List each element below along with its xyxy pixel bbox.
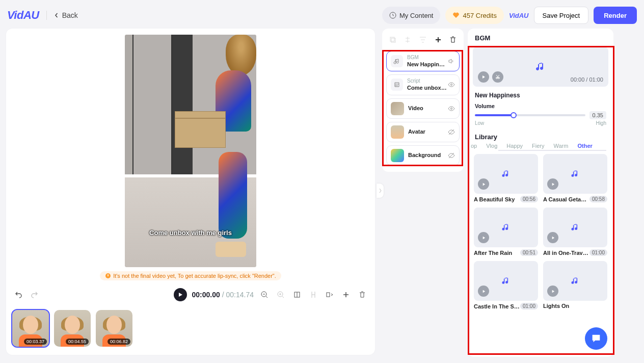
help-chat-button[interactable]	[585, 327, 607, 350]
brand-logo: VidAU	[7, 9, 39, 22]
track-name: A Casual Getaway	[543, 196, 589, 202]
visibility-off-icon[interactable]	[448, 128, 455, 136]
track-name: A Beautiful Sky	[474, 196, 515, 202]
svg-point-8	[451, 84, 452, 86]
editor-main: Come unbox with me girls It's not the fi…	[6, 29, 375, 355]
visibility-icon[interactable]	[448, 105, 455, 112]
layer-name: Avatar	[408, 128, 425, 136]
play-icon[interactable]	[547, 286, 558, 297]
filter-button[interactable]	[419, 36, 427, 44]
track-name: All in One-Trave...	[543, 250, 589, 256]
save-project-button[interactable]: Save Project	[534, 7, 589, 24]
play-icon[interactable]	[478, 178, 489, 190]
copy-button[interactable]	[389, 36, 397, 44]
undo-button[interactable]	[14, 290, 23, 299]
layer-bgm[interactable]: BGMNew Happiness	[386, 51, 460, 71]
time-display: 00:00.00 / 00:14.74	[192, 291, 254, 299]
layer-type: BGM	[407, 55, 447, 61]
redo-button[interactable]	[30, 290, 39, 299]
timeline-thumbs: 00:03.37 00:04.55 00:06.82	[6, 306, 375, 351]
script-icon	[391, 79, 403, 91]
align-button[interactable]	[325, 290, 334, 299]
bgm-panel: BGM 00:00 / 01:00 New Happiness Volume 0…	[468, 29, 613, 357]
track-duration: 00:56	[520, 196, 538, 202]
add-layer-button[interactable]	[434, 36, 442, 44]
track-card[interactable]: A Beautiful Sky00:56	[474, 154, 538, 202]
tab-warm[interactable]: Warm	[554, 143, 569, 149]
music-icon	[534, 61, 547, 73]
visibility-off-icon[interactable]	[448, 152, 455, 159]
back-label: Back	[62, 11, 78, 19]
current-track-name: New Happiness	[468, 87, 613, 101]
divider	[46, 11, 47, 20]
layer-name: Video	[408, 105, 423, 112]
play-icon[interactable]	[547, 178, 558, 190]
credits-label: 457 Credits	[463, 12, 496, 19]
layer-video[interactable]: Video	[386, 98, 460, 119]
clip-thumb[interactable]: 00:04.55	[54, 310, 91, 347]
tab-pop[interactable]: op	[471, 143, 477, 149]
clip-thumb[interactable]: 00:06.82	[96, 310, 132, 347]
tab-fiery[interactable]: Fiery	[532, 143, 544, 149]
visibility-icon[interactable]	[448, 81, 455, 88]
thumb-ts: 00:06.82	[108, 339, 130, 345]
zoom-out-button[interactable]	[260, 290, 269, 299]
video-thumb-icon	[391, 102, 404, 115]
volume-high-label: High	[596, 120, 606, 126]
clip-thumb[interactable]: 00:03.37	[12, 310, 49, 347]
vidau-small-logo: VidAU	[509, 12, 529, 19]
zoom-in-button[interactable]	[276, 290, 285, 299]
split-button[interactable]	[309, 290, 318, 299]
track-card[interactable]: A Casual Getaway00:58	[543, 154, 607, 202]
video-caption: Come unbox with me girls	[125, 229, 256, 237]
track-duration: 01:00	[520, 303, 538, 309]
clock-icon	[389, 12, 396, 19]
layer-script[interactable]: ScriptCome unbox ...	[386, 74, 460, 95]
track-card[interactable]: All in One-Trave...01:00	[543, 208, 607, 256]
add-clip-button[interactable]	[341, 290, 351, 299]
my-content-button[interactable]: My Content	[382, 7, 440, 24]
track-name: After The Rain	[474, 250, 512, 256]
svg-rect-7	[391, 38, 395, 42]
play-icon[interactable]	[478, 286, 489, 297]
volume-low-label: Low	[475, 120, 484, 126]
play-icon[interactable]	[478, 232, 489, 243]
mute-icon[interactable]	[448, 58, 455, 65]
track-card[interactable]: Lights On	[543, 261, 607, 309]
delete-layer-button[interactable]	[449, 36, 457, 44]
credits-pill[interactable]: 457 Credits	[445, 7, 503, 24]
render-button[interactable]: Render	[594, 7, 637, 24]
tab-happy[interactable]: Happy	[506, 143, 523, 149]
track-name: Lights On	[543, 303, 569, 309]
layer-background[interactable]: Background	[386, 145, 460, 166]
library-heading: Library	[468, 127, 613, 143]
trim-track-button[interactable]	[492, 71, 503, 83]
back-button[interactable]: Back	[54, 11, 78, 19]
play-button[interactable]	[174, 288, 187, 301]
layer-avatar[interactable]: Avatar	[386, 122, 460, 142]
heart-icon	[452, 12, 460, 19]
library-tabs: op Vlog Happy Fiery Warm Other	[468, 143, 613, 149]
collapse-handle[interactable]	[377, 184, 384, 198]
track-duration: 01:00	[589, 249, 607, 256]
play-icon[interactable]	[547, 232, 558, 243]
my-content-label: My Content	[399, 12, 433, 19]
render-warning: It's not the final video yet, To get acc…	[100, 271, 281, 280]
layer-align-button[interactable]	[404, 36, 412, 44]
bgm-panel-title: BGM	[468, 29, 613, 47]
track-duration: 00:51	[520, 249, 538, 256]
tab-other[interactable]: Other	[577, 143, 592, 149]
track-card[interactable]: After The Rain00:51	[474, 208, 538, 256]
tab-vlog[interactable]: Vlog	[486, 143, 497, 149]
bgm-time: 00:00 / 01:00	[571, 76, 603, 83]
svg-rect-6	[390, 37, 394, 41]
delete-clip-button[interactable]	[358, 290, 367, 299]
play-track-button[interactable]	[478, 71, 489, 83]
track-card[interactable]: Castle In The Sky01:00	[474, 261, 538, 309]
video-preview[interactable]: Come unbox with me girls	[125, 35, 256, 267]
track-duration: 00:58	[589, 196, 607, 202]
chevron-left-icon	[54, 13, 59, 18]
volume-slider[interactable]	[475, 114, 585, 116]
volume-label: Volume	[468, 101, 613, 110]
crop-button[interactable]	[292, 290, 302, 299]
